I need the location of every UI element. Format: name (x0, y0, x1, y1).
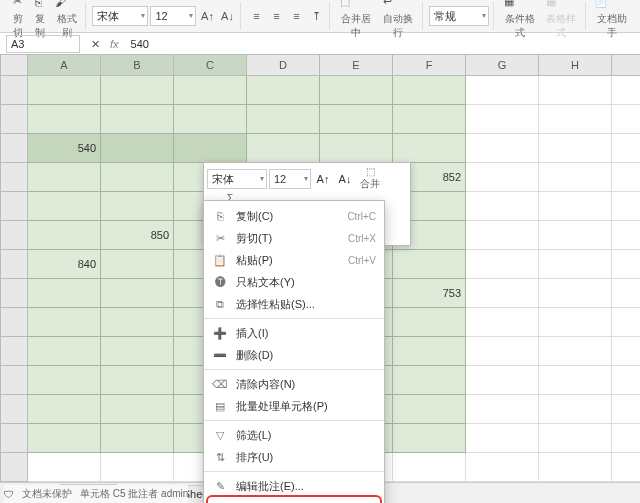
align-left-icon[interactable]: ≡ (247, 7, 265, 25)
cell-A11[interactable] (28, 366, 101, 395)
cell-G9[interactable] (466, 308, 539, 337)
cell-H8[interactable] (539, 279, 612, 308)
cell-G2[interactable] (466, 105, 539, 134)
cell-A14[interactable] (28, 453, 101, 482)
menu-item-paste-text[interactable]: 🅣只粘文本(Y) (204, 271, 384, 293)
menu-item-batch[interactable]: ▤批量处理单元格(P) (204, 395, 384, 417)
decrease-font-icon[interactable]: A↓ (218, 7, 236, 25)
menu-item-filter[interactable]: ▽筛选(L) (204, 424, 384, 446)
cell-G7[interactable] (466, 250, 539, 279)
cell-C3[interactable] (174, 134, 247, 163)
cell-G10[interactable] (466, 337, 539, 366)
cell-G14[interactable] (466, 453, 539, 482)
cell-E1[interactable] (320, 76, 393, 105)
cell-G6[interactable] (466, 221, 539, 250)
row-header-8[interactable] (1, 279, 28, 308)
row-header-3[interactable] (1, 134, 28, 163)
col-header-B[interactable]: B (101, 55, 174, 76)
cell-A6[interactable] (28, 221, 101, 250)
row-header-6[interactable] (1, 221, 28, 250)
fx-icon[interactable]: fx (110, 38, 119, 50)
row-header-7[interactable] (1, 250, 28, 279)
formula-input[interactable]: 540 (125, 38, 149, 50)
mini-increase-font-icon[interactable]: A↑ (313, 169, 333, 189)
menu-item-clear[interactable]: ⌫清除内容(N) (204, 373, 384, 395)
menu-item-cut[interactable]: ✂剪切(T)Ctrl+X (204, 227, 384, 249)
cell-I14[interactable] (612, 453, 641, 482)
mini-font-name[interactable]: 宋体 (207, 169, 267, 189)
cell-F2[interactable] (393, 105, 466, 134)
cell-C2[interactable] (174, 105, 247, 134)
cell-F3[interactable] (393, 134, 466, 163)
copy-icon[interactable]: ⎘ (30, 0, 48, 11)
cell-B1[interactable] (101, 76, 174, 105)
cell-B13[interactable] (101, 424, 174, 453)
cell-B5[interactable] (101, 192, 174, 221)
number-format-select[interactable]: 常规 (429, 6, 489, 26)
cell-B8[interactable] (101, 279, 174, 308)
cell-F14[interactable] (393, 453, 466, 482)
cell-A12[interactable] (28, 395, 101, 424)
row-header-5[interactable] (1, 192, 28, 221)
cell-I11[interactable] (612, 366, 641, 395)
cell-D2[interactable] (247, 105, 320, 134)
col-header-D[interactable]: D (247, 55, 320, 76)
cell-G8[interactable] (466, 279, 539, 308)
col-header-A[interactable]: A (28, 55, 101, 76)
cell-A10[interactable] (28, 337, 101, 366)
mini-merge-button[interactable]: ⬚合并 (357, 166, 383, 191)
cell-B14[interactable] (101, 453, 174, 482)
cell-H4[interactable] (539, 163, 612, 192)
row-header-12[interactable] (1, 395, 28, 424)
cell-H6[interactable] (539, 221, 612, 250)
cell-C1[interactable] (174, 76, 247, 105)
cell-A5[interactable] (28, 192, 101, 221)
menu-item-del-comment[interactable]: 🗑删除批注(M) (204, 497, 384, 503)
col-header-E[interactable]: E (320, 55, 393, 76)
select-all-corner[interactable] (1, 55, 28, 76)
align-top-icon[interactable]: ⤒ (307, 7, 325, 25)
cell-A8[interactable] (28, 279, 101, 308)
cell-H12[interactable] (539, 395, 612, 424)
cell-E3[interactable] (320, 134, 393, 163)
cell-H7[interactable] (539, 250, 612, 279)
menu-item-sort[interactable]: ⇅排序(U) (204, 446, 384, 468)
cell-G3[interactable] (466, 134, 539, 163)
cell-G5[interactable] (466, 192, 539, 221)
cell-F7[interactable] (393, 250, 466, 279)
cell-H10[interactable] (539, 337, 612, 366)
row-header-2[interactable] (1, 105, 28, 134)
name-box[interactable]: A3 (6, 35, 80, 53)
cell-I6[interactable] (612, 221, 641, 250)
row-header-1[interactable] (1, 76, 28, 105)
menu-item-insert[interactable]: ➕插入(I) (204, 322, 384, 344)
font-name-select[interactable]: 宋体 (92, 6, 148, 26)
cell-I9[interactable] (612, 308, 641, 337)
cancel-fx-icon[interactable]: ✕ (86, 35, 104, 53)
row-header-9[interactable] (1, 308, 28, 337)
col-header-I[interactable]: I (612, 55, 641, 76)
cell-I4[interactable] (612, 163, 641, 192)
cell-H9[interactable] (539, 308, 612, 337)
row-header-10[interactable] (1, 337, 28, 366)
cell-B9[interactable] (101, 308, 174, 337)
menu-item-edit-comment[interactable]: ✎编辑批注(E)... (204, 475, 384, 497)
row-header-11[interactable] (1, 366, 28, 395)
menu-item-delete[interactable]: ➖删除(D) (204, 344, 384, 366)
cell-I2[interactable] (612, 105, 641, 134)
cell-A2[interactable] (28, 105, 101, 134)
cell-I10[interactable] (612, 337, 641, 366)
format-painter-icon[interactable]: 🖌 (52, 0, 70, 11)
cell-I1[interactable] (612, 76, 641, 105)
cell-I7[interactable] (612, 250, 641, 279)
cell-I3[interactable] (612, 134, 641, 163)
cell-A3[interactable]: 540 (28, 134, 101, 163)
cell-H3[interactable] (539, 134, 612, 163)
doc-helper-icon[interactable]: 📄 (592, 0, 610, 11)
cell-D3[interactable] (247, 134, 320, 163)
cell-B12[interactable] (101, 395, 174, 424)
col-header-C[interactable]: C (174, 55, 247, 76)
align-center-icon[interactable]: ≡ (267, 7, 285, 25)
cell-G1[interactable] (466, 76, 539, 105)
table-style-icon[interactable]: ▦ (542, 0, 560, 11)
